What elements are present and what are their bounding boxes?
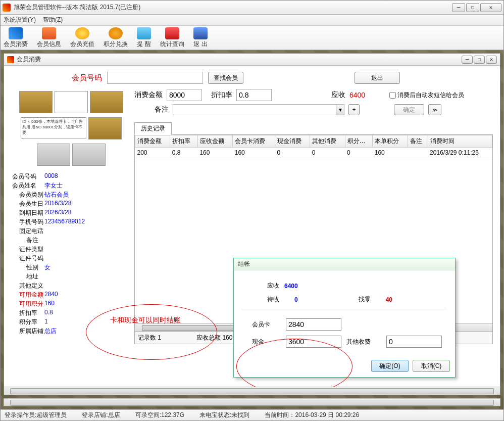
field-value: 钻石会员	[44, 191, 69, 199]
close-button[interactable]: ✕	[480, 3, 501, 12]
status-store: 登录店铺:总店	[82, 411, 120, 419]
inner-close-button[interactable]: ✕	[486, 56, 497, 64]
mdi-scrollbar[interactable]	[4, 398, 500, 406]
toolbar-exit[interactable]: 退 出	[193, 27, 208, 49]
field-key: 可用金额	[12, 291, 44, 299]
cell: 0	[345, 148, 373, 158]
member-field-row: 会员号码0008	[12, 172, 130, 181]
member-field-row: 备注	[12, 236, 130, 245]
dialog-cancel-button[interactable]: 取消(C)	[413, 360, 450, 372]
member-field-row: 会员类别钻石会员	[12, 191, 130, 199]
dialog-pending-value: 0	[294, 296, 298, 303]
menu-help[interactable]: 帮助(Z)	[43, 16, 63, 24]
status-operator: 登录操作员:超级管理员	[5, 411, 67, 419]
add-remark-button[interactable]: +	[348, 104, 360, 115]
field-key: 会员生日	[12, 200, 44, 208]
dialog-ok-button[interactable]: 确定(O)	[371, 360, 409, 372]
minimize-button[interactable]: ─	[452, 3, 465, 12]
toolbar-stats[interactable]: 统计查询	[160, 27, 184, 49]
table-row[interactable]: 2000.81601600001602016/3/29 0:11:25	[135, 148, 492, 158]
titlebar: 旭荣会员管理软件--版本:简洁版 2015.7(已注册) ─ ☐ ✕	[1, 1, 503, 15]
remark-combo[interactable]: ▾	[173, 104, 344, 115]
amount-label: 消费金额	[134, 90, 163, 100]
field-key: 可用积分	[12, 300, 44, 308]
dialog-card-input[interactable]	[286, 318, 341, 331]
member-field-row: 固定电话	[12, 227, 130, 236]
dialog-change-value: 40	[386, 296, 392, 303]
exit-inner-button[interactable]: 退出	[355, 72, 400, 84]
toolbar-info[interactable]: 会员信息	[37, 27, 61, 49]
maximize-button[interactable]: ☐	[466, 3, 479, 12]
field-value: 2026/3/28	[44, 209, 71, 217]
dialog-card-label: 会员卡	[252, 320, 281, 329]
field-key: 证件号码	[12, 254, 44, 263]
due-value: 6400	[349, 91, 365, 99]
cell: 200	[135, 148, 170, 158]
cell: 0	[310, 148, 345, 158]
column-header[interactable]: 应收金额	[197, 135, 232, 148]
next-button[interactable]: ≫	[428, 104, 441, 115]
menu-system[interactable]: 系统设置(Y)	[4, 16, 36, 24]
column-header[interactable]: 其他消费	[310, 135, 345, 148]
exchange-icon	[109, 27, 123, 39]
card-thumb	[37, 144, 70, 166]
field-value: 0.8	[44, 309, 53, 317]
mdi-area: 会员消费 ─ ☐ ✕ 会员号码 查找会员 退出	[1, 50, 503, 409]
toolbar-remind[interactable]: 提 醒	[137, 27, 151, 49]
column-header[interactable]: 积分…	[345, 135, 373, 148]
toolbar-points[interactable]: 积分兑换	[104, 27, 128, 49]
find-member-button[interactable]: 查找会员	[208, 72, 243, 84]
member-field-row: 证件类型	[12, 245, 130, 254]
tab-history[interactable]: 历史记录	[134, 122, 172, 135]
member-field-row: 可用积分160	[12, 300, 130, 308]
remark-label: 备注	[155, 105, 169, 114]
member-number-input[interactable]	[107, 72, 203, 84]
dialog-due-label: 应收	[267, 282, 279, 290]
column-header[interactable]: 会员卡消费	[233, 135, 275, 148]
due-label: 应收	[331, 90, 345, 100]
dialog-cash-input[interactable]	[286, 336, 341, 348]
field-value: 女	[44, 263, 51, 272]
column-header[interactable]: 现金消费	[275, 135, 310, 148]
history-tabs: 历史记录	[134, 122, 493, 135]
dialog-separator	[242, 309, 447, 309]
inner-body: 会员号码 查找会员 退出 ID卡 000张，本地管理卡，与广告共用 用NO.60…	[4, 66, 500, 387]
app-title: 旭荣会员管理软件--版本:简洁版 2015.7(已注册)	[14, 3, 452, 12]
scrollbar-thumb[interactable]	[10, 400, 494, 406]
checkout-dialog: 结帐 应收 6400 待收 0 找零 40	[233, 258, 456, 378]
field-key: 其他定义	[12, 282, 44, 290]
statusbar: 登录操作员:超级管理员 登录店铺:总店 可录空间:122.37G 来电宝状态:未…	[1, 409, 503, 420]
toolbar-recharge[interactable]: 会员充值	[70, 27, 94, 49]
column-header[interactable]: 本单积分	[373, 135, 408, 148]
dialog-other-input[interactable]	[386, 336, 442, 348]
column-header[interactable]: 折扣率	[170, 135, 198, 148]
column-header[interactable]: 消费时间	[428, 135, 492, 148]
member-field-row: 其他定义	[12, 282, 130, 290]
cell	[408, 148, 428, 158]
inner-titlebar: 会员消费 ─ ☐ ✕	[4, 54, 500, 66]
column-header[interactable]: 消费金额	[135, 135, 170, 148]
sms-checkbox-label[interactable]: 消费后自动发短信给会员	[389, 91, 464, 100]
inner-scrollbar[interactable]	[4, 387, 500, 395]
inner-minimize-button[interactable]: ─	[462, 56, 473, 64]
app-icon	[3, 4, 11, 12]
member-field-row: 所属店铺总店	[12, 327, 130, 336]
status-space: 可录空间:122.37G	[135, 411, 184, 419]
cell: 160	[197, 148, 232, 158]
discount-input[interactable]	[236, 89, 272, 101]
card-thumb	[88, 117, 122, 139]
card-thumb	[90, 91, 123, 113]
status-caller: 来电宝状态:未找到	[199, 411, 249, 419]
sms-checkbox[interactable]	[389, 92, 396, 99]
scrollbar-thumb[interactable]	[10, 388, 494, 394]
column-header[interactable]: 备注	[408, 135, 428, 148]
toolbar-consume[interactable]: 会员消费	[4, 27, 28, 49]
field-key: 会员类别	[12, 191, 44, 199]
consume-window: 会员消费 ─ ☐ ✕ 会员号码 查找会员 退出	[4, 53, 500, 395]
amount-input[interactable]	[167, 89, 202, 101]
dialog-title: 结帐	[234, 258, 455, 270]
chevron-down-icon[interactable]: ▾	[336, 105, 344, 115]
inner-maximize-button[interactable]: ☐	[474, 56, 485, 64]
dialog-change-label: 找零	[359, 295, 371, 304]
field-key: 到期日期	[12, 209, 44, 217]
